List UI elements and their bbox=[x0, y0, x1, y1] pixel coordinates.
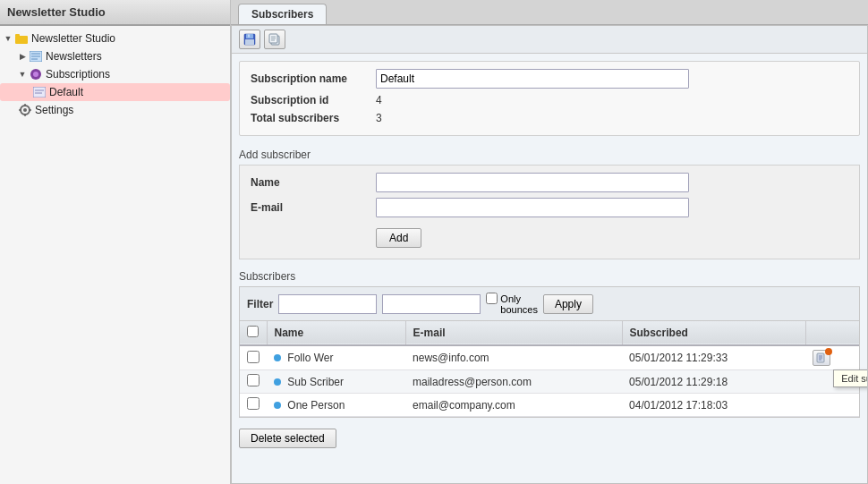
row3-name: One Person bbox=[287, 399, 345, 412]
sidebar-item-default[interactable]: Default bbox=[0, 83, 230, 101]
edit-subscriber-tooltip: Edit subscriber bbox=[833, 369, 868, 387]
row2-name-cell: Sub Scriber bbox=[267, 370, 405, 394]
row1-action-icons: Edit subscriber bbox=[813, 350, 852, 366]
row1-status-dot bbox=[274, 354, 281, 361]
row1-name-cell: Follo Wer bbox=[267, 345, 405, 370]
row1-actions-cell: Edit subscriber bbox=[805, 345, 859, 370]
subscription-id-value: 4 bbox=[376, 94, 382, 106]
row2-subscribed-cell: 05/01/2012 11:29:18 bbox=[622, 370, 805, 394]
col-email: E-mail bbox=[405, 321, 622, 345]
row1-subscribed-cell: 05/01/2012 11:29:33 bbox=[622, 345, 805, 370]
row1-checkbox-cell bbox=[240, 345, 267, 370]
svg-point-7 bbox=[33, 72, 38, 77]
apply-filter-button[interactable]: Apply bbox=[543, 294, 593, 314]
row2-checkbox-cell bbox=[240, 370, 267, 394]
newsletters-icon bbox=[29, 49, 43, 64]
add-name-row: Name bbox=[251, 173, 848, 192]
svg-rect-14 bbox=[24, 114, 26, 116]
table-row: Sub Scriber mailadress@person.com 05/01/… bbox=[240, 370, 859, 394]
row3-subscribed-cell: 04/01/2012 17:18:03 bbox=[622, 394, 805, 417]
subscribers-table: Name E-mail Subscribed bbox=[240, 321, 859, 417]
only-bounces-label[interactable]: Only bbox=[486, 293, 521, 304]
row1-name: Follo Wer bbox=[287, 352, 333, 364]
row2-status-dot bbox=[274, 378, 281, 386]
svg-rect-0 bbox=[15, 36, 28, 44]
svg-point-12 bbox=[23, 108, 27, 112]
row2-checkbox[interactable] bbox=[247, 374, 260, 386]
delete-selected-button[interactable]: Delete selected bbox=[239, 429, 336, 448]
subscription-id-row: Subscription id 4 bbox=[251, 94, 848, 106]
row1-checkbox[interactable] bbox=[247, 351, 260, 363]
expand-arrow-subs: ▼ bbox=[18, 70, 27, 79]
col-checkbox bbox=[240, 321, 267, 345]
sidebar-tree: ▼ Newsletter Studio ▶ bbox=[0, 26, 230, 484]
sidebar-item-newsletters[interactable]: ▶ Newsletters bbox=[0, 47, 230, 65]
sidebar-item-newsletters-label: Newsletters bbox=[46, 50, 102, 63]
subscription-id-label: Subscription id bbox=[251, 94, 376, 106]
svg-rect-13 bbox=[24, 104, 26, 106]
subscriptions-icon bbox=[29, 67, 43, 81]
add-email-label: E-mail bbox=[251, 201, 376, 214]
row2-subscribed: 05/01/2012 11:29:18 bbox=[629, 376, 728, 388]
tab-subscribers[interactable]: Subscribers bbox=[238, 4, 327, 24]
row1-edit-button[interactable] bbox=[813, 350, 830, 366]
sidebar-item-settings-label: Settings bbox=[35, 104, 73, 116]
row3-email-cell: email@company.com bbox=[405, 394, 622, 417]
copy-icon bbox=[268, 33, 281, 46]
sidebar-item-ns-label: Newsletter Studio bbox=[31, 32, 115, 45]
sidebar-item-default-label: Default bbox=[49, 86, 83, 98]
subscribers-section: Subscribers Filter Only bounces Apply bbox=[239, 267, 860, 448]
sidebar-item-settings[interactable]: Settings bbox=[0, 101, 230, 119]
folder-icon bbox=[14, 31, 29, 46]
select-all-checkbox[interactable] bbox=[247, 326, 259, 337]
settings-icon bbox=[18, 103, 32, 117]
row3-status-dot bbox=[274, 402, 281, 409]
add-email-row: E-mail bbox=[251, 198, 848, 217]
filter-input2[interactable] bbox=[382, 294, 481, 314]
add-name-input[interactable] bbox=[376, 173, 689, 192]
svg-rect-20 bbox=[245, 39, 254, 45]
row2-name: Sub Scriber bbox=[287, 376, 344, 388]
table-header-row: Name E-mail Subscribed bbox=[240, 321, 859, 345]
subscription-name-input[interactable] bbox=[376, 69, 689, 89]
svg-rect-8 bbox=[33, 87, 46, 98]
row3-checkbox-cell bbox=[240, 394, 267, 417]
subscription-name-label: Subscription name bbox=[251, 72, 376, 85]
save-button[interactable] bbox=[239, 30, 260, 49]
subscribers-heading: Subscribers bbox=[239, 267, 860, 286]
row2-email-cell: mailadress@person.com bbox=[405, 370, 622, 394]
svg-rect-15 bbox=[19, 109, 21, 111]
tab-bar: Subscribers bbox=[231, 0, 868, 25]
add-name-label: Name bbox=[251, 176, 376, 189]
copy-button[interactable] bbox=[264, 30, 285, 49]
subscription-info-form: Subscription name Subscription id 4 Tota… bbox=[239, 61, 860, 136]
filter-input1[interactable] bbox=[278, 294, 377, 314]
add-email-input[interactable] bbox=[376, 198, 689, 217]
row3-checkbox[interactable] bbox=[247, 397, 260, 410]
row3-email: email@company.com bbox=[413, 399, 515, 412]
add-subscriber-button[interactable]: Add bbox=[376, 228, 421, 248]
total-subscribers-value: 3 bbox=[376, 112, 382, 124]
row3-name-cell: One Person bbox=[267, 394, 405, 417]
expand-arrow-ns: ▼ bbox=[4, 34, 13, 43]
toolbar bbox=[232, 26, 867, 54]
svg-rect-19 bbox=[248, 35, 250, 38]
filter-bar: Filter Only bounces Apply bbox=[239, 286, 860, 320]
expand-arrow-nl: ▶ bbox=[18, 52, 27, 61]
filter-label: Filter bbox=[247, 298, 273, 310]
sidebar-item-subscriptions[interactable]: ▼ Subscriptions bbox=[0, 65, 230, 83]
row3-actions-cell bbox=[805, 394, 859, 417]
add-subscriber-heading: Add subscriber bbox=[239, 143, 860, 165]
save-icon bbox=[243, 33, 256, 46]
bounces-label: bounces bbox=[486, 304, 538, 315]
table-row: One Person email@company.com 04/01/2012 … bbox=[240, 394, 859, 417]
col-actions bbox=[805, 321, 859, 345]
svg-rect-16 bbox=[29, 109, 31, 111]
only-bounces-checkbox[interactable] bbox=[486, 293, 498, 304]
total-subscribers-row: Total subscribers 3 bbox=[251, 112, 848, 124]
row1-subscribed: 05/01/2012 11:29:33 bbox=[629, 352, 728, 364]
sidebar: Newsletter Studio ▼ Newsletter Studio ▶ bbox=[0, 0, 231, 484]
only-bounces-group: Only bounces bbox=[486, 293, 538, 315]
row3-subscribed: 04/01/2012 17:18:03 bbox=[629, 399, 728, 412]
sidebar-item-newsletter-studio[interactable]: ▼ Newsletter Studio bbox=[0, 30, 230, 47]
